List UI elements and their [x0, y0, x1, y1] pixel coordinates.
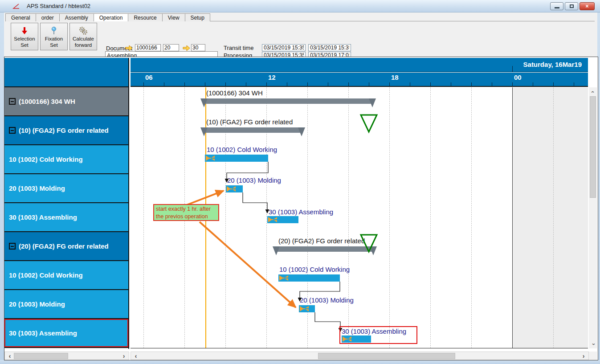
hour-tick: [164, 82, 164, 86]
collapse-toggle-icon[interactable]: [9, 127, 16, 134]
gears-icon: [78, 26, 88, 36]
minus-glyph: [11, 246, 14, 247]
chart-hscroll-thumb[interactable]: [318, 353, 455, 359]
app-window: APS Standard / hbtest02 × GeneralorderAs…: [0, 0, 600, 364]
hour-label-06: 06: [145, 74, 153, 81]
sidebar-row-label: 10 (1002) Cold Working: [9, 155, 83, 163]
chart-hour-band: 06121800: [131, 73, 588, 87]
bowtie-marker-icon: [268, 217, 277, 222]
hour-tick: [512, 82, 513, 86]
close-button[interactable]: ×: [580, 2, 595, 10]
bowtie-marker-icon: [279, 275, 288, 281]
hour-tick: [287, 82, 287, 86]
minus-glyph: [11, 101, 14, 102]
hour-tick: [184, 82, 185, 86]
sidebar-row-label: 30 (1003) Assembling: [9, 329, 77, 337]
sidebar-hscroll-thumb[interactable]: [14, 353, 68, 359]
hour-tick: [307, 82, 308, 86]
hour-tick: [574, 82, 574, 86]
minimize-button[interactable]: [550, 2, 563, 10]
scroll-up-icon[interactable]: ‹: [589, 88, 597, 95]
pushpin-icon: [49, 26, 58, 36]
hour-tick: [389, 82, 390, 86]
sidebar-row-label: 30 (1003) Assembling: [9, 213, 77, 221]
sidebar-row-5[interactable]: (20) (FGA2) FG order related: [4, 232, 128, 261]
chart-vscrollbar[interactable]: ‹ ‹: [589, 87, 597, 348]
toolbar: SelectionSetFixationSetCalculateforward …: [4, 21, 597, 56]
chart-hscrollbar[interactable]: ‹ ›: [131, 352, 589, 360]
chart-vscroll-thumb[interactable]: [590, 96, 596, 198]
hour-label-00: 00: [514, 74, 522, 81]
maximize-button[interactable]: [565, 2, 578, 10]
tab-assembly[interactable]: Assembly: [59, 13, 94, 21]
hour-tick: [553, 82, 554, 86]
hour-tick: [266, 82, 267, 86]
sidebar-row-label: (1000166) 304 WH: [19, 98, 75, 105]
sidebar-row-2[interactable]: 10 (1002) Cold Working: [4, 145, 128, 174]
scrollbar-corner: [589, 352, 597, 360]
bowtie-marker-icon: [300, 306, 309, 311]
scroll-right-icon[interactable]: ›: [580, 352, 588, 360]
tab-general[interactable]: General: [5, 13, 36, 21]
close-icon: ×: [585, 3, 588, 9]
dependency-connector: [227, 162, 268, 182]
sidebar-row-8[interactable]: 30 (1003) Assembling: [4, 319, 128, 348]
sidebar-row-4[interactable]: 30 (1003) Assembling: [4, 203, 128, 232]
calculate-forward-button[interactable]: Calculateforward: [69, 23, 97, 50]
scroll-left-icon[interactable]: ‹: [132, 352, 140, 360]
dependency-connector: [243, 192, 267, 213]
app-logo-icon: [12, 3, 20, 12]
collapse-toggle-icon[interactable]: [9, 98, 16, 105]
tab-bar: GeneralorderAssemblyOperationResourceVie…: [5, 13, 595, 21]
hour-tick: [225, 82, 226, 86]
minimize-icon: [555, 7, 559, 8]
window-border-bottom: [0, 360, 600, 364]
annotation-box: start exactly 1 hr. afterthe previos ope…: [153, 204, 219, 221]
red-down-arrow-icon: [20, 26, 29, 36]
annotation-arrow: [200, 222, 296, 307]
tab-operation[interactable]: Operation: [94, 13, 129, 21]
sidebar-hscrollbar[interactable]: ‹ ›: [4, 352, 129, 360]
selected-operation-box: [339, 326, 417, 344]
hour-tick: [492, 82, 492, 86]
button-label: Calculate: [73, 36, 94, 42]
date-tick: [512, 66, 513, 72]
annotation-line: start exactly 1 hr. after: [156, 205, 216, 213]
tab-setup[interactable]: Setup: [185, 13, 210, 21]
fixation-set-button[interactable]: FixationSet: [40, 23, 68, 50]
dependency-connector: [315, 312, 340, 331]
collapse-toggle-icon[interactable]: [9, 243, 16, 249]
hour-tick: [143, 82, 144, 86]
hour-tick: [328, 82, 328, 86]
hour-tick: [410, 82, 410, 86]
selection-set-button[interactable]: SelectionSet: [11, 23, 38, 50]
transit-time-to-input[interactable]: [308, 44, 351, 51]
scroll-down-icon[interactable]: ‹: [589, 340, 597, 348]
summary-end-triangle: [369, 98, 376, 107]
title-bar[interactable]: APS Standard / hbtest02 ×: [0, 0, 600, 12]
hour-label-12: 12: [268, 74, 276, 81]
sidebar-row-6[interactable]: 10 (1002) Cold Working: [4, 261, 128, 290]
button-label: Fixation: [45, 36, 63, 42]
tab-resource[interactable]: Resource: [128, 13, 162, 21]
hour-tick: [430, 82, 431, 86]
button-label: Set: [50, 42, 57, 48]
chart-date-band: Saturday, 16Mar19: [131, 58, 588, 72]
scroll-right-icon[interactable]: ›: [120, 352, 128, 360]
sidebar-rows: (1000166) 304 WH(10) (FGA2) FG order rel…: [4, 87, 128, 348]
tab-view[interactable]: View: [162, 13, 185, 21]
document-number-input[interactable]: [135, 44, 161, 51]
sidebar-row-3[interactable]: 20 (1003) Molding: [4, 174, 128, 203]
sidebar-row-label: (10) (FGA2) FG order related: [19, 127, 109, 134]
sidebar-row-1[interactable]: (10) (FGA2) FG order related: [4, 116, 128, 145]
sidebar-row-0[interactable]: (1000166) 304 WH: [4, 87, 128, 116]
sidebar-row-7[interactable]: 20 (1003) Molding: [4, 290, 128, 319]
operation-to-input[interactable]: [191, 44, 205, 51]
scroll-left-icon[interactable]: ‹: [6, 352, 14, 360]
dependency-connector: [300, 282, 340, 301]
gantt-sidebar: (1000166) 304 WH(10) (FGA2) FG order rel…: [4, 58, 129, 349]
operation-from-input[interactable]: [163, 44, 179, 51]
hour-tick: [471, 82, 472, 86]
tab-order[interactable]: order: [36, 13, 60, 21]
transit-time-from-input[interactable]: [262, 44, 306, 51]
